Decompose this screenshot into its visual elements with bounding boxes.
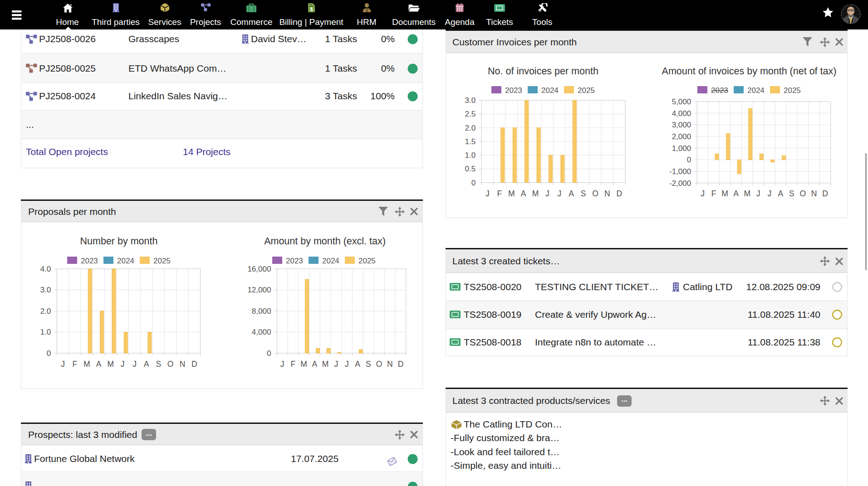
svg-text:5,000: 5,000 xyxy=(672,97,691,106)
svg-text:2024: 2024 xyxy=(747,86,765,95)
svg-text:D: D xyxy=(822,189,828,198)
svg-text:M: M xyxy=(532,189,539,198)
svg-text:2023: 2023 xyxy=(286,257,303,265)
svg-text:J: J xyxy=(345,360,349,369)
svg-text:Number by month: Number by month xyxy=(80,236,158,247)
svg-text:D: D xyxy=(191,360,197,369)
svg-text:2,000: 2,000 xyxy=(672,132,691,141)
svg-text:3.0: 3.0 xyxy=(465,96,476,105)
svg-text:J: J xyxy=(767,189,771,198)
svg-text:F: F xyxy=(711,189,716,198)
svg-text:3.0: 3.0 xyxy=(40,286,51,294)
svg-text:1.5: 1.5 xyxy=(465,137,476,146)
svg-text:16,000: 16,000 xyxy=(247,265,271,273)
svg-text:F: F xyxy=(72,360,77,369)
svg-text:3,000: 3,000 xyxy=(672,121,691,129)
svg-text:S: S xyxy=(366,360,371,369)
svg-text:Amount by month (excl. tax): Amount by month (excl. tax) xyxy=(264,236,386,247)
svg-text:J: J xyxy=(545,189,549,198)
svg-text:2024: 2024 xyxy=(117,257,134,265)
svg-text:M: M xyxy=(744,189,750,198)
svg-text:A: A xyxy=(733,189,739,198)
svg-text:2025: 2025 xyxy=(153,257,171,265)
svg-text:-2,000: -2,000 xyxy=(669,179,691,188)
svg-text:J: J xyxy=(61,360,65,369)
svg-text:A: A xyxy=(521,189,526,198)
svg-text:Amount of invoices by month (n: Amount of invoices by month (net of tax) xyxy=(662,66,837,77)
svg-text:N: N xyxy=(811,189,817,198)
svg-text:A: A xyxy=(144,360,149,369)
svg-text:2024: 2024 xyxy=(322,257,339,265)
svg-text:S: S xyxy=(156,360,161,369)
svg-text:J: J xyxy=(121,360,125,369)
svg-text:N: N xyxy=(387,360,393,369)
svg-text:0: 0 xyxy=(47,349,51,358)
svg-text:A: A xyxy=(355,360,360,369)
svg-text:2.5: 2.5 xyxy=(465,110,476,118)
svg-text:M: M xyxy=(508,189,515,198)
svg-text:J: J xyxy=(132,360,137,369)
svg-text:2024: 2024 xyxy=(541,86,559,95)
svg-text:2025: 2025 xyxy=(578,86,595,95)
svg-text:O: O xyxy=(800,189,806,198)
svg-text:S: S xyxy=(581,189,586,198)
svg-text:N: N xyxy=(180,360,186,369)
svg-text:A: A xyxy=(778,189,783,198)
svg-text:D: D xyxy=(398,360,404,369)
svg-text:0: 0 xyxy=(471,179,476,187)
svg-text:No. of invoices per month: No. of invoices per month xyxy=(488,66,598,77)
svg-text:S: S xyxy=(789,189,794,198)
svg-text:0: 0 xyxy=(267,349,271,358)
svg-text:F: F xyxy=(497,189,502,198)
svg-text:M: M xyxy=(83,360,90,369)
svg-text:2023: 2023 xyxy=(711,86,728,95)
svg-text:-1,000: -1,000 xyxy=(669,167,691,176)
svg-text:J: J xyxy=(280,360,284,369)
svg-text:D: D xyxy=(616,189,622,198)
svg-text:O: O xyxy=(167,360,174,369)
svg-text:1,000: 1,000 xyxy=(672,144,691,153)
svg-text:M: M xyxy=(300,360,307,369)
svg-text:1.0: 1.0 xyxy=(40,328,51,336)
svg-text:2.0: 2.0 xyxy=(465,124,476,132)
svg-text:2023: 2023 xyxy=(81,257,98,265)
svg-text:J: J xyxy=(334,360,338,369)
svg-text:8,000: 8,000 xyxy=(252,307,271,316)
svg-text:O: O xyxy=(592,189,598,198)
svg-text:2023: 2023 xyxy=(505,86,522,95)
svg-text:M: M xyxy=(721,189,728,198)
svg-text:O: O xyxy=(376,360,383,369)
svg-text:4,000: 4,000 xyxy=(672,109,691,118)
svg-text:$: $ xyxy=(310,7,313,12)
svg-text:0.5: 0.5 xyxy=(465,165,476,173)
svg-text:1.0: 1.0 xyxy=(465,151,476,160)
svg-text:2025: 2025 xyxy=(358,257,376,265)
svg-text:F: F xyxy=(291,360,296,369)
svg-text:M: M xyxy=(108,360,114,369)
svg-text:J: J xyxy=(701,189,705,198)
svg-text:0: 0 xyxy=(687,156,691,164)
svg-text:12,000: 12,000 xyxy=(247,286,271,294)
svg-text:4.0: 4.0 xyxy=(40,265,51,273)
svg-text:J: J xyxy=(756,189,760,198)
svg-text:2.0: 2.0 xyxy=(40,307,51,316)
svg-text:J: J xyxy=(557,189,561,198)
svg-text:4,000: 4,000 xyxy=(252,328,271,336)
svg-text:A: A xyxy=(312,360,318,369)
svg-text:N: N xyxy=(604,189,610,198)
svg-text:A: A xyxy=(96,360,102,369)
svg-text:J: J xyxy=(485,189,490,198)
svg-text:2025: 2025 xyxy=(784,86,801,95)
svg-text:M: M xyxy=(322,360,329,369)
svg-text:A: A xyxy=(569,189,574,198)
